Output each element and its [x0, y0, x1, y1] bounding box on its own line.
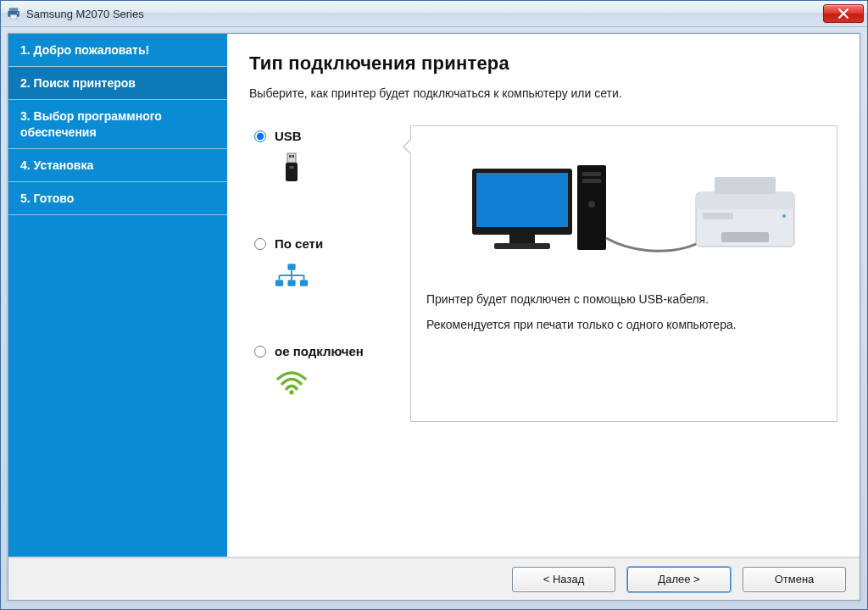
window: Samsung M2070 Series 1. Добро пожаловать… [0, 0, 868, 610]
svg-point-3 [17, 13, 19, 14]
sidebar-step-done[interactable]: 5. Готово [8, 182, 227, 215]
sidebar-step-search-printers[interactable]: 2. Поиск принтеров [8, 67, 227, 100]
svg-rect-21 [509, 235, 535, 243]
svg-rect-8 [290, 166, 294, 169]
sidebar: 1. Добро пожаловать! 2. Поиск принтеров … [8, 34, 227, 557]
svg-rect-4 [287, 153, 296, 163]
printer-icon [6, 6, 21, 21]
sidebar-step-select-software[interactable]: 3. Выбор программного обеспечения [8, 100, 227, 148]
svg-rect-2 [10, 15, 17, 19]
svg-rect-5 [289, 155, 292, 158]
option-network[interactable]: По сети [249, 236, 410, 291]
svg-rect-9 [287, 263, 295, 269]
detail-line-2: Рекомендуется при печати только с одного… [426, 318, 821, 331]
next-button[interactable]: Далее > [627, 567, 731, 592]
close-button[interactable] [823, 4, 864, 23]
usb-icon [275, 153, 309, 184]
option-usb[interactable]: USB [249, 129, 410, 184]
titlebar: Samsung M2070 Series [1, 1, 867, 27]
radio-wireless[interactable] [254, 346, 266, 358]
window-title: Samsung M2070 Series [26, 8, 823, 20]
svg-rect-15 [275, 280, 283, 286]
sidebar-step-install[interactable]: 4. Установка [8, 149, 227, 182]
svg-rect-28 [696, 192, 794, 209]
detail-panel: Принтер будет подключен с помощью USB-ка… [410, 125, 837, 422]
content-shell: 1. Добро пожаловать! 2. Поиск принтеров … [8, 33, 860, 601]
radio-usb[interactable] [254, 130, 266, 142]
svg-rect-20 [476, 173, 568, 227]
network-icon [275, 261, 309, 291]
connection-illustration [426, 153, 821, 272]
svg-point-26 [588, 201, 595, 208]
svg-rect-31 [703, 213, 733, 219]
option-network-label: По сети [275, 236, 323, 252]
svg-rect-6 [292, 155, 295, 158]
wifi-icon [275, 368, 309, 398]
page-subtitle: Выберите, как принтер будет подключаться… [249, 86, 837, 100]
cancel-button[interactable]: Отмена [743, 567, 846, 592]
svg-rect-0 [9, 8, 19, 11]
sidebar-step-welcome[interactable]: 1. Добро пожаловать! [8, 34, 227, 67]
connection-options: USB [249, 125, 410, 422]
svg-rect-16 [287, 280, 295, 286]
radio-network[interactable] [254, 238, 266, 250]
svg-rect-22 [494, 243, 550, 249]
button-bar: < Назад Далее > Отмена [8, 557, 860, 600]
page-title: Тип подключения принтера [249, 53, 837, 75]
svg-rect-29 [715, 177, 776, 194]
svg-rect-25 [582, 179, 601, 183]
main-panel: Тип подключения принтера Выберите, как п… [227, 34, 860, 557]
svg-rect-7 [286, 163, 298, 181]
detail-line-1: Принтер будет подключен с помощью USB-ка… [426, 292, 821, 306]
svg-point-32 [782, 214, 786, 218]
option-usb-label: USB [275, 129, 302, 145]
back-button[interactable]: < Назад [512, 567, 615, 592]
svg-rect-30 [721, 232, 769, 242]
svg-point-18 [289, 391, 293, 395]
option-wireless-label: ое подключен [275, 344, 364, 360]
option-wireless[interactable]: ое подключен [249, 344, 410, 399]
svg-rect-17 [300, 280, 308, 286]
svg-rect-24 [582, 172, 601, 176]
